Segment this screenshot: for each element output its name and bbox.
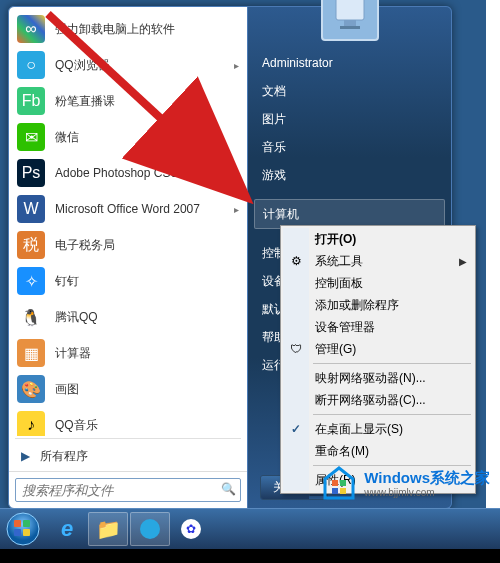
taskbar-qqbrowser-icon[interactable] bbox=[130, 512, 170, 546]
taskbar: e 📁 ✿ bbox=[0, 508, 500, 549]
app-label: 粉笔直播课 bbox=[55, 93, 239, 110]
check-icon: ✓ bbox=[287, 420, 305, 438]
search-icon: 🔍 bbox=[221, 482, 236, 496]
taskbar-baidu-icon[interactable]: ✿ bbox=[172, 513, 210, 545]
svg-rect-2 bbox=[340, 26, 360, 29]
svg-rect-1 bbox=[344, 20, 356, 26]
app-qq-icon: 🐧 bbox=[17, 303, 45, 331]
app-photoshop[interactable]: PsAdobe Photoshop CS6▸ bbox=[9, 155, 247, 191]
svg-marker-5 bbox=[325, 468, 353, 498]
ctx-item-label: 打开(O) bbox=[315, 231, 356, 248]
app-wechat[interactable]: ✉微信 bbox=[9, 119, 247, 155]
app-word[interactable]: WMicrosoft Office Word 2007▸ bbox=[9, 191, 247, 227]
taskbar-ie-icon[interactable]: e bbox=[48, 513, 86, 545]
app-fenbi-icon: Fb bbox=[17, 87, 45, 115]
right-documents[interactable]: 文档 bbox=[248, 77, 451, 105]
ctx-controlpanel[interactable]: 控制面板 bbox=[283, 272, 473, 294]
ctx-separator bbox=[313, 414, 471, 415]
ctx-systools[interactable]: ⚙系统工具▶ bbox=[283, 250, 473, 272]
ctx-item-label: 系统工具 bbox=[315, 253, 363, 270]
app-qq[interactable]: 🐧腾讯QQ bbox=[9, 299, 247, 335]
ctx-rename[interactable]: 重命名(M) bbox=[283, 440, 473, 462]
app-paint[interactable]: 🎨画图 bbox=[9, 371, 247, 407]
ctx-disconnect[interactable]: 断开网络驱动器(C)... bbox=[283, 389, 473, 411]
ctx-item-label: 设备管理器 bbox=[315, 319, 375, 336]
app-dingtalk-icon: ✧ bbox=[17, 267, 45, 295]
app-uninstall-icon: ∞ bbox=[17, 15, 45, 43]
ctx-addremove[interactable]: 添加或删除程序 bbox=[283, 294, 473, 316]
ctx-mapdrive[interactable]: 映射网络驱动器(N)... bbox=[283, 367, 473, 389]
start-button[interactable] bbox=[0, 509, 46, 549]
ctx-separator bbox=[313, 363, 471, 364]
app-photoshop-icon: Ps bbox=[17, 159, 45, 187]
submenu-arrow-icon: ▶ bbox=[459, 256, 467, 267]
ctx-devmgr[interactable]: 设备管理器 bbox=[283, 316, 473, 338]
svg-rect-7 bbox=[340, 480, 346, 486]
start-menu-left-pane: ∞强力卸载电脑上的软件○QQ浏览器▸Fb粉笔直播课✉微信PsAdobe Phot… bbox=[8, 6, 248, 509]
svg-rect-12 bbox=[23, 520, 30, 527]
watermark: Windows系统之家 www.bjjmlv.com bbox=[320, 465, 490, 503]
chevron-right-icon: ▸ bbox=[234, 60, 239, 71]
ctx-item-label: 控制面板 bbox=[315, 275, 363, 292]
watermark-url: www.bjjmlv.com bbox=[364, 487, 490, 498]
ctx-manage-icon: 🛡 bbox=[287, 340, 305, 358]
app-label: 画图 bbox=[55, 381, 239, 398]
right-games[interactable]: 游戏 bbox=[248, 161, 451, 189]
app-fenbi[interactable]: Fb粉笔直播课 bbox=[9, 83, 247, 119]
app-label: 电子税务局 bbox=[55, 237, 239, 254]
svg-rect-0 bbox=[336, 0, 364, 20]
svg-rect-14 bbox=[23, 529, 30, 536]
ctx-open[interactable]: 打开(O) bbox=[283, 228, 473, 250]
svg-rect-9 bbox=[340, 488, 346, 494]
app-label: QQ音乐 bbox=[55, 417, 239, 434]
search-input[interactable] bbox=[15, 478, 241, 502]
svg-point-10 bbox=[7, 513, 39, 545]
app-qq-browser[interactable]: ○QQ浏览器▸ bbox=[9, 47, 247, 83]
ctx-item-label: 管理(G) bbox=[315, 341, 356, 358]
app-tax-icon: 税 bbox=[17, 231, 45, 259]
app-calc[interactable]: ▦计算器 bbox=[9, 335, 247, 371]
search-input-wrapper: 🔍 bbox=[15, 478, 241, 502]
ctx-item-label: 重命名(M) bbox=[315, 443, 369, 460]
app-label: 强力卸载电脑上的软件 bbox=[55, 21, 239, 38]
svg-rect-13 bbox=[14, 529, 21, 536]
app-label: 微信 bbox=[55, 129, 239, 146]
app-qqmusic-icon: ♪ bbox=[17, 411, 45, 436]
chevron-right-icon: ▸ bbox=[234, 204, 239, 215]
watermark-title: Windows系统之家 bbox=[364, 470, 490, 487]
right-pictures[interactable]: 图片 bbox=[248, 105, 451, 133]
app-uninstall[interactable]: ∞强力卸载电脑上的软件 bbox=[9, 11, 247, 47]
right-music[interactable]: 音乐 bbox=[248, 133, 451, 161]
all-programs-button[interactable]: ▶ 所有程序 bbox=[9, 441, 247, 471]
app-label: 腾讯QQ bbox=[55, 309, 239, 326]
app-wechat-icon: ✉ bbox=[17, 123, 45, 151]
user-picture[interactable] bbox=[321, 0, 379, 41]
arrow-right-icon: ▶ bbox=[21, 449, 30, 463]
app-label: Adobe Photoshop CS6 bbox=[55, 166, 224, 180]
ctx-item-label: 在桌面上显示(S) bbox=[315, 421, 403, 438]
app-qqmusic[interactable]: ♪QQ音乐 bbox=[9, 407, 247, 436]
app-tax[interactable]: 税电子税务局 bbox=[9, 227, 247, 263]
app-label: 钉钉 bbox=[55, 273, 239, 290]
app-label: QQ浏览器 bbox=[55, 57, 224, 74]
ctx-manage[interactable]: 🛡管理(G) bbox=[283, 338, 473, 360]
app-word-icon: W bbox=[17, 195, 45, 223]
ctx-item-label: 添加或删除程序 bbox=[315, 297, 399, 314]
svg-rect-11 bbox=[14, 520, 21, 527]
program-list: ∞强力卸载电脑上的软件○QQ浏览器▸Fb粉笔直播课✉微信PsAdobe Phot… bbox=[9, 11, 247, 436]
app-dingtalk[interactable]: ✧钉钉 bbox=[9, 263, 247, 299]
right-administrator[interactable]: Administrator bbox=[248, 49, 451, 77]
context-menu: 打开(O)⚙系统工具▶控制面板添加或删除程序设备管理器🛡管理(G)映射网络驱动器… bbox=[280, 225, 476, 494]
taskbar-explorer-icon[interactable]: 📁 bbox=[88, 512, 128, 546]
ctx-systools-icon: ⚙ bbox=[287, 252, 305, 270]
all-programs-label: 所有程序 bbox=[40, 448, 88, 465]
app-calc-icon: ▦ bbox=[17, 339, 45, 367]
svg-rect-8 bbox=[332, 488, 338, 494]
ctx-showondesktop[interactable]: ✓在桌面上显示(S) bbox=[283, 418, 473, 440]
app-label: Microsoft Office Word 2007 bbox=[55, 202, 224, 216]
app-label: 计算器 bbox=[55, 345, 239, 362]
app-paint-icon: 🎨 bbox=[17, 375, 45, 403]
svg-rect-6 bbox=[332, 480, 338, 486]
app-qq-browser-icon: ○ bbox=[17, 51, 45, 79]
ctx-item-label: 映射网络驱动器(N)... bbox=[315, 370, 426, 387]
